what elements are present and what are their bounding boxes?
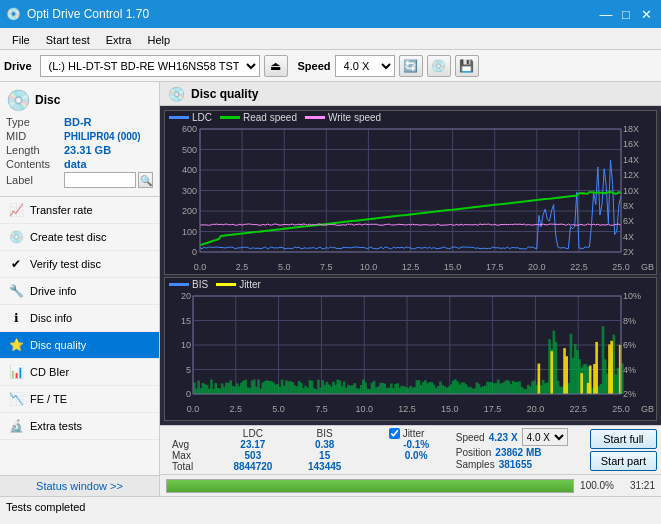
main-area: 💿 Disc Type BD-R MID PHILIPR04 (000) Len… [0,82,661,496]
stats-header-jitter: Jitter [381,428,452,439]
app-icon: 💿 [6,7,21,21]
disc-button[interactable]: 💿 [427,55,451,77]
sidebar-item-label-disc-info: Disc info [30,312,72,324]
close-button[interactable]: ✕ [637,5,655,23]
title-bar-left: 💿 Opti Drive Control 1.70 [6,7,149,21]
legend-jitter-label: Jitter [239,279,261,290]
sidebar-item-cd-bier[interactable]: 📊 CD BIer [0,359,159,386]
speed-label: Speed [298,60,331,72]
legend-write-speed: Write speed [305,112,381,123]
sidebar-item-transfer-rate[interactable]: 📈 Transfer rate [0,197,159,224]
refresh-button[interactable]: 🔄 [399,55,423,77]
start-full-button[interactable]: Start full [590,429,657,449]
position-value: 23862 MB [495,447,541,458]
start-buttons: Start full Start part [590,428,657,472]
title-bar: 💿 Opti Drive Control 1.70 — □ ✕ [0,0,661,28]
chart2-canvas [165,291,656,416]
speed-stat-select[interactable]: 4.0 X [522,428,568,446]
menu-file[interactable]: File [4,30,38,47]
drive-select[interactable]: (L:) HL-DT-ST BD-RE WH16NS58 TST4 [40,55,260,77]
disc-label-label: Label [6,174,64,186]
disc-length-row: Length 23.31 GB [6,144,153,156]
sidebar-item-label-cd-bier: CD BIer [30,366,69,378]
avg-jitter-spacer [359,439,381,450]
disc-quality-icon: ⭐ [8,337,24,353]
disc-label-input[interactable] [64,172,136,188]
progress-bar-container: 100.0% 31:21 [160,474,661,496]
samples-row: Samples 381655 [456,459,586,470]
legend-read-color [220,116,240,119]
progress-track [166,479,574,493]
sidebar-item-fe-te[interactable]: 📉 FE / TE [0,386,159,413]
sidebar-item-label-drive-info: Drive info [30,285,76,297]
save-button[interactable]: 💾 [455,55,479,77]
legend-read-speed: Read speed [220,112,297,123]
legend-ldc-label: LDC [192,112,212,123]
legend-write-label: Write speed [328,112,381,123]
jitter-checkbox[interactable] [389,428,400,439]
stats-avg-row: Avg 23.17 0.38 -0.1% [164,439,452,450]
content-title: Disc quality [191,87,258,101]
jitter-check-label: Jitter [403,428,425,439]
sidebar-item-label-verify: Verify test disc [30,258,101,270]
stats-header-ldc: LDC [215,428,291,439]
sidebar-item-label-extra: Extra tests [30,420,82,432]
disc-contents-value: data [64,158,87,170]
samples-value: 381655 [499,459,532,470]
disc-mid-value: PHILIPR04 (000) [64,131,141,142]
sidebar-item-create-test-disc[interactable]: 💿 Create test disc [0,224,159,251]
disc-contents-row: Contents data [6,158,153,170]
total-label: Total [164,461,215,472]
stats-right-panel: Speed 4.23 X 4.0 X Position 23862 MB Sam… [456,428,586,472]
stats-max-row: Max 503 15 0.0% [164,450,452,461]
max-jitter-spacer [359,450,381,461]
create-test-disc-icon: 💿 [8,229,24,245]
disc-label-button[interactable]: 🔍 [138,172,153,188]
disc-length-value: 23.31 GB [64,144,111,156]
minimize-button[interactable]: — [597,5,615,23]
disc-label-row: Label 🔍 [6,172,153,188]
menu-start-test[interactable]: Start test [38,30,98,47]
start-part-button[interactable]: Start part [590,451,657,471]
disc-mid-row: MID PHILIPR04 (000) [6,130,153,142]
status-window-button[interactable]: Status window >> [0,475,159,496]
menu-help[interactable]: Help [139,30,178,47]
cd-bier-icon: 📊 [8,364,24,380]
progress-fill [167,480,573,492]
menu-extra[interactable]: Extra [98,30,140,47]
stats-table: LDC BIS Jitter Avg 23.17 0.38 [164,428,452,472]
legend-jitter-color [216,283,236,286]
disc-panel-icon: 💿 [6,88,31,112]
stats-header-jitter-spacer [359,428,381,439]
sidebar-item-disc-quality[interactable]: ⭐ Disc quality [0,332,159,359]
avg-ldc: 23.17 [215,439,291,450]
legend-bis-color [169,283,189,286]
content-header-icon: 💿 [168,86,185,102]
sidebar-item-extra-tests[interactable]: 🔬 Extra tests [0,413,159,440]
total-bis: 143445 [291,461,359,472]
disc-type-value: BD-R [64,116,92,128]
verify-test-disc-icon: ✔ [8,256,24,272]
chart1-canvas [165,124,656,274]
legend-write-color [305,116,325,119]
charts-area: LDC Read speed Write speed [160,106,661,425]
disc-panel-title: Disc [35,93,60,107]
maximize-button[interactable]: □ [617,5,635,23]
sidebar-item-verify-test-disc[interactable]: ✔ Verify test disc [0,251,159,278]
speed-select[interactable]: 4.0 X 8.0 X MAX [335,55,395,77]
stats-bar: LDC BIS Jitter Avg 23.17 0.38 [160,425,661,474]
drive-info-icon: 🔧 [8,283,24,299]
sidebar: 💿 Disc Type BD-R MID PHILIPR04 (000) Len… [0,82,160,496]
legend-bis: BIS [169,279,208,290]
disc-contents-label: Contents [6,158,64,170]
avg-bis: 0.38 [291,439,359,450]
toolbar: Drive (L:) HL-DT-ST BD-RE WH16NS58 TST4 … [0,50,661,82]
drive-label: Drive [4,60,32,72]
disc-type-row: Type BD-R [6,116,153,128]
sidebar-item-disc-info[interactable]: ℹ Disc info [0,305,159,332]
eject-button[interactable]: ⏏ [264,55,288,77]
fe-te-icon: 📉 [8,391,24,407]
speed-value: 4.23 X [489,432,518,443]
extra-tests-icon: 🔬 [8,418,24,434]
sidebar-item-drive-info[interactable]: 🔧 Drive info [0,278,159,305]
